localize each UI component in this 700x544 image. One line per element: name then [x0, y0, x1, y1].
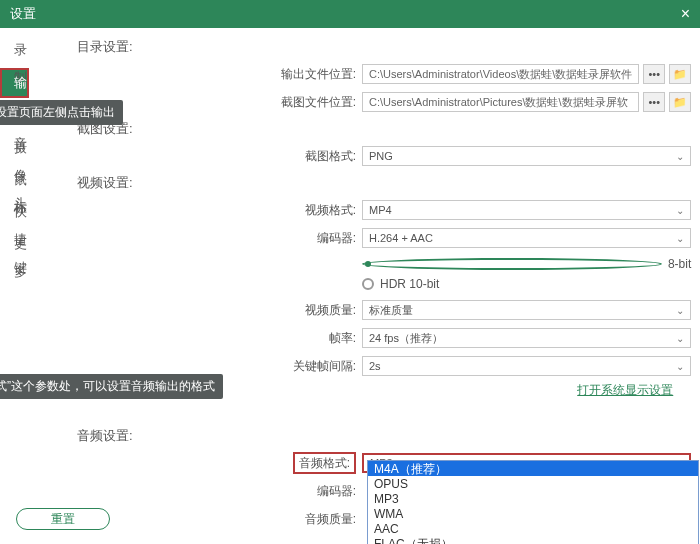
row-video-encoder: 编码器: H.264 + AAC⌄ [29, 226, 691, 250]
video-encoder-label: 编码器: [29, 230, 362, 247]
audio-encoder-label: 编码器: [29, 483, 362, 500]
row-video-quality: 视频质量: 标准质量⌄ [29, 298, 691, 322]
radio-hdr10bit[interactable]: HDR 10-bit [362, 274, 691, 294]
output-path-input[interactable]: C:\Users\Administrator\Videos\数据蛙\数据蛙录屏软… [362, 64, 639, 84]
chevron-down-icon: ⌄ [676, 361, 684, 372]
row-screenshot-path: 截图文件位置: C:\Users\Administrator\Pictures\… [29, 90, 691, 114]
content-pane: 1 在设置页面左侧点击输出 目录设置: 输出文件位置: C:\Users\Adm… [29, 28, 700, 544]
row-video-format: 视频格式: MP4⌄ [29, 198, 691, 222]
callout-2-tooltip: 在“音频格式”这个参数处，可以设置音频输出的格式 [0, 374, 223, 399]
window-title: 设置 [10, 5, 36, 23]
callout-1-tooltip: 在设置页面左侧点击输出 [0, 100, 123, 125]
section-screenshot-header: 截图设置: [77, 120, 691, 138]
sidebar-item-camera[interactable]: 摄像头 [0, 134, 29, 162]
row-screenshot-format: 截图格式: PNG⌄ [29, 144, 691, 168]
video-format-label: 视频格式: [29, 202, 362, 219]
video-fps-select[interactable]: 24 fps（推荐）⌄ [362, 328, 691, 348]
dropdown-option[interactable]: MP3 [368, 491, 698, 506]
radio-icon [362, 278, 374, 290]
chevron-down-icon: ⌄ [676, 333, 684, 344]
close-icon[interactable]: × [681, 5, 690, 23]
radio-icon [362, 258, 662, 270]
dropdown-option[interactable]: OPUS [368, 476, 698, 491]
video-encoder-select[interactable]: H.264 + AAC⌄ [362, 228, 691, 248]
folder-icon[interactable]: 📁 [669, 64, 691, 84]
folder-icon[interactable]: 📁 [669, 92, 691, 112]
dropdown-option[interactable]: WMA [368, 506, 698, 521]
audio-format-dropdown[interactable]: M4A（推荐） OPUS MP3 WMA AAC FLAC（无损） WAV（无损… [367, 460, 699, 544]
screenshot-path-input[interactable]: C:\Users\Administrator\Pictures\数据蛙\数据蛙录… [362, 92, 639, 112]
section-audio-header: 音频设置: [77, 427, 691, 445]
radio-8bit[interactable]: 8-bit [362, 254, 691, 274]
audio-format-label: 音频格式: [29, 455, 362, 472]
section-dir-header: 目录设置: [77, 38, 691, 56]
chevron-down-icon: ⌄ [676, 205, 684, 216]
row-output-path: 输出文件位置: C:\Users\Administrator\Videos\数据… [29, 62, 691, 86]
row-video-fps: 帧率: 24 fps（推荐）⌄ [29, 326, 691, 350]
video-quality-select[interactable]: 标准质量⌄ [362, 300, 691, 320]
video-keyframe-select[interactable]: 2s⌄ [362, 356, 691, 376]
main-layout: 录制 输出 声音 摄像头 鼠标 快捷键 更多 1 在设置页面左侧点击输出 目录设… [0, 28, 700, 544]
output-path-label: 输出文件位置: [29, 66, 362, 83]
video-fps-label: 帧率: [29, 330, 362, 347]
video-quality-label: 视频质量: [29, 302, 362, 319]
video-format-select[interactable]: MP4⌄ [362, 200, 691, 220]
chevron-down-icon: ⌄ [676, 233, 684, 244]
callout-2: 2 在“音频格式”这个参数处，可以设置音频输出的格式 [0, 374, 223, 399]
reset-button[interactable]: 重置 [16, 508, 110, 530]
section-video-header: 视频设置: [77, 174, 691, 192]
sidebar-item-hotkey[interactable]: 快捷键 [0, 198, 29, 226]
screenshot-format-label: 截图格式: [29, 148, 362, 165]
chevron-down-icon: ⌄ [676, 305, 684, 316]
dropdown-option[interactable]: M4A（推荐） [368, 461, 698, 476]
titlebar: 设置 × [0, 0, 700, 28]
screenshot-format-select[interactable]: PNG⌄ [362, 146, 691, 166]
more-icon[interactable]: ••• [643, 92, 665, 112]
chevron-down-icon: ⌄ [676, 151, 684, 162]
dropdown-option[interactable]: AAC [368, 521, 698, 536]
video-keyframe-label: 关键帧间隔: [29, 358, 362, 375]
sidebar-item-output[interactable]: 输出 [0, 68, 29, 98]
sidebar-item-mouse[interactable]: 鼠标 [0, 166, 29, 194]
sidebar-item-record[interactable]: 录制 [0, 36, 29, 64]
sidebar-item-more[interactable]: 更多 [0, 230, 29, 258]
open-display-settings-link[interactable]: 打开系统显示设置 [577, 382, 673, 399]
dropdown-option[interactable]: FLAC（无损） [368, 536, 698, 544]
more-icon[interactable]: ••• [643, 64, 665, 84]
